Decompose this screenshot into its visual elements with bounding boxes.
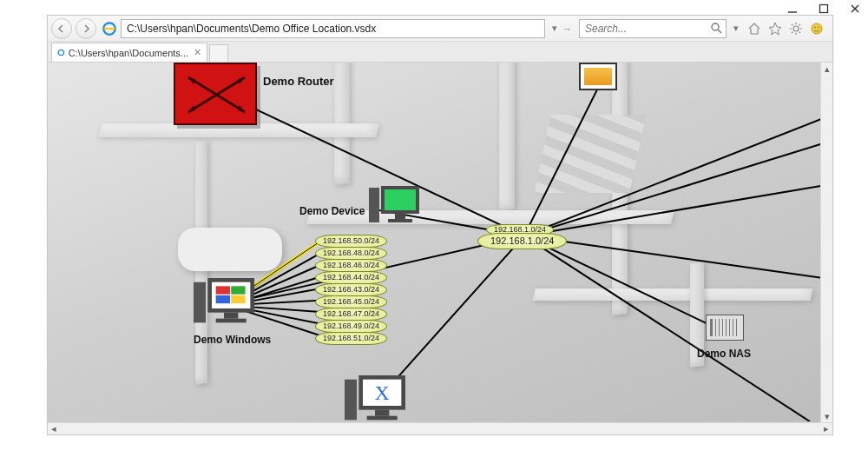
subnet-3[interactable]: 192.168.44.0/24: [315, 271, 387, 284]
svg-rect-53: [367, 416, 398, 421]
browser-toolbar: C:\Users\hpan\Documents\Demo Office Loca…: [48, 16, 832, 42]
subnet-8[interactable]: 192.168.51.0/24: [315, 332, 387, 345]
svg-rect-38: [388, 219, 412, 222]
tab-active[interactable]: C:\Users\hpan\Documents... ✕: [51, 43, 207, 62]
svg-point-8: [812, 23, 822, 34]
svg-rect-45: [231, 295, 245, 303]
small-device-node[interactable]: [579, 63, 617, 90]
center-subnet-main[interactable]: 192.168.1.0/24: [477, 233, 567, 249]
svg-point-5: [712, 23, 719, 30]
scroll-left-icon[interactable]: ◂: [48, 423, 60, 435]
svg-point-11: [58, 50, 63, 55]
scroll-down-icon[interactable]: ▾: [821, 410, 833, 422]
demo-device-node[interactable]: [369, 184, 421, 226]
subnet-5[interactable]: 192.168.45.0/24: [315, 295, 387, 308]
demo-mac-node[interactable]: X: [345, 375, 397, 417]
address-controls: ▾ →: [549, 23, 575, 34]
svg-rect-1: [820, 5, 828, 13]
subnet-1[interactable]: 192.168.48.0/24: [315, 247, 387, 260]
scroll-up-icon[interactable]: ▴: [821, 63, 833, 75]
horizontal-scrollbar[interactable]: ◂ ▸: [48, 422, 832, 434]
search-dropdown-icon[interactable]: ▾: [733, 23, 739, 34]
address-text: C:\Users\hpan\Documents\Demo Office Loca…: [127, 23, 376, 35]
svg-line-14: [524, 80, 602, 236]
svg-rect-46: [224, 313, 238, 319]
subnet-4[interactable]: 192.168.43.0/24: [315, 283, 387, 296]
demo-nas-label: Demo NAS: [697, 348, 751, 360]
vertical-scrollbar[interactable]: ▴ ▾: [820, 63, 832, 422]
svg-point-10: [818, 26, 819, 28]
svg-rect-52: [375, 410, 389, 416]
svg-line-17: [524, 184, 832, 236]
window-close-button[interactable]: [849, 3, 861, 15]
svg-text:X: X: [375, 381, 390, 404]
svg-line-15: [524, 115, 832, 236]
new-tab-button[interactable]: [209, 44, 228, 62]
network-overlay: Demo Router Demo Device: [48, 63, 832, 422]
subnet-2[interactable]: 192.168.46.0/24: [315, 259, 387, 272]
subnet-7[interactable]: 192.168.49.0/24: [315, 320, 387, 333]
svg-rect-47: [216, 319, 247, 323]
window-minimize-button[interactable]: [786, 3, 799, 15]
favorites-star-icon[interactable]: [768, 22, 782, 36]
svg-rect-43: [231, 286, 245, 294]
demo-windows-node[interactable]: [194, 278, 246, 320]
subnet-6[interactable]: 192.168.47.0/24: [315, 308, 387, 321]
subnet-0[interactable]: 192.168.50.0/24: [315, 235, 387, 248]
svg-rect-44: [216, 295, 230, 303]
home-icon[interactable]: [747, 22, 761, 36]
feedback-smile-icon[interactable]: [810, 22, 824, 36]
svg-point-9: [814, 26, 816, 28]
ie-browser-frame: C:\Users\hpan\Documents\Demo Office Loca…: [47, 15, 833, 435]
window-maximize-button[interactable]: [818, 3, 830, 15]
svg-rect-36: [385, 189, 416, 210]
svg-line-6: [718, 30, 721, 33]
svg-rect-41: [212, 282, 250, 308]
nav-forward-button[interactable]: [76, 18, 96, 39]
svg-line-16: [524, 141, 832, 236]
svg-rect-48: [345, 380, 357, 421]
address-bar[interactable]: C:\Users\hpan\Documents\Demo Office Loca…: [121, 19, 545, 38]
svg-line-22: [524, 236, 810, 422]
tab-strip: C:\Users\hpan\Documents... ✕: [48, 42, 832, 63]
network-lines: [48, 63, 832, 421]
tab-close-button[interactable]: ✕: [194, 47, 201, 58]
toolbar-icons: [742, 22, 829, 36]
router-label: Demo Router: [263, 75, 334, 88]
svg-point-7: [793, 26, 799, 31]
nav-back-button[interactable]: [51, 18, 72, 39]
search-icon[interactable]: [710, 22, 722, 34]
router-node[interactable]: [174, 63, 257, 125]
demo-nas-node[interactable]: [706, 315, 744, 341]
address-go-icon[interactable]: →: [562, 23, 572, 34]
demo-device-label: Demo Device: [299, 205, 365, 217]
svg-rect-42: [216, 286, 230, 294]
tab-favicon-ie-icon: [57, 47, 65, 59]
scroll-right-icon[interactable]: ▸: [820, 423, 832, 435]
ie-logo-icon: [102, 21, 117, 36]
tab-title-text: C:\Users\hpan\Documents...: [69, 48, 188, 58]
address-dropdown-icon[interactable]: ▾: [552, 23, 557, 34]
document-viewport[interactable]: Demo Router Demo Device: [48, 63, 832, 422]
svg-rect-37: [395, 214, 405, 219]
svg-rect-34: [369, 188, 379, 222]
svg-rect-39: [194, 282, 206, 323]
search-wrap: ▾: [579, 19, 727, 38]
demo-windows-label: Demo Windows: [194, 334, 271, 346]
settings-gear-icon[interactable]: [789, 22, 803, 36]
search-input[interactable]: [579, 19, 727, 38]
